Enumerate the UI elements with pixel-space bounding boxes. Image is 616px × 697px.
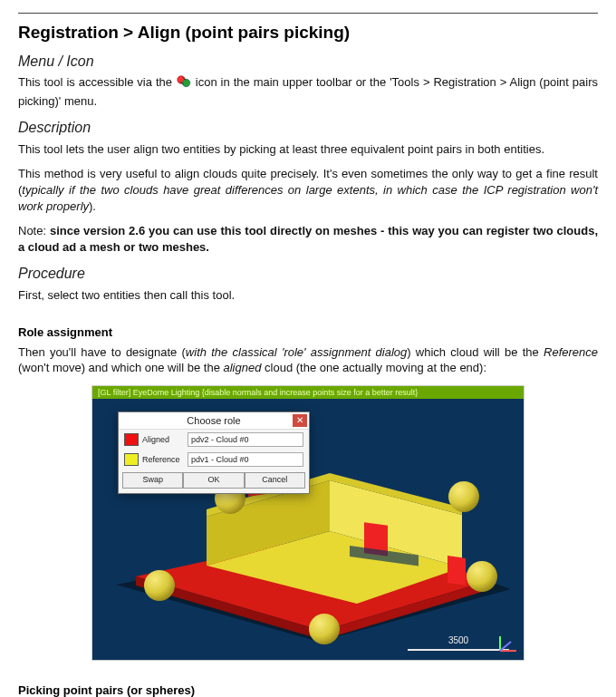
role-assignment-heading: Role assignment [18, 324, 598, 341]
aligned-value-field[interactable]: pdv2 - Cloud #0 [188, 432, 303, 447]
aligned-label: Aligned [142, 434, 184, 445]
menu-icon-paragraph: This tool is accessible via the icon in … [18, 74, 598, 109]
dialog-title-bar: Choose role ✕ [119, 412, 309, 430]
figure-wrap: [GL filter] EyeDome Lighting {disable no… [18, 385, 598, 661]
svg-point-16 [467, 561, 497, 592]
svg-point-15 [309, 614, 340, 644]
desc-note-bold: since version 2.6 you can use this tool … [18, 224, 598, 254]
axis-triad-icon [495, 631, 520, 656]
description-p2: This method is very useful to align clou… [18, 166, 598, 214]
figure-3d-view: [GL filter] EyeDome Lighting {disable no… [91, 385, 525, 661]
reference-value-field[interactable]: pdv1 - Cloud #0 [188, 452, 303, 467]
procedure-p1: First, select two entities then call thi… [18, 287, 598, 304]
dialog-buttons: Swap OK Cancel [119, 470, 309, 493]
aligned-row: Aligned pdv2 - Cloud #0 [119, 430, 309, 450]
reference-label: Reference [142, 454, 184, 465]
svg-rect-12 [448, 556, 466, 586]
choose-role-dialog: Choose role ✕ Aligned pdv2 - Cloud #0 Re… [118, 411, 310, 494]
dialog-title-text: Choose role [187, 415, 240, 426]
menu-icon-text-a: This tool is accessible via the [18, 75, 176, 89]
cancel-button[interactable]: Cancel [245, 472, 305, 489]
ra-i: with the classical 'role' assignment dia… [186, 345, 407, 359]
desc-note-label: Note: [18, 224, 50, 237]
ra-a: Then you'll have to designate ( [18, 345, 186, 359]
ra-c: (won't move) and which one will be the [18, 361, 223, 374]
picking-heading: Picking point pairs (or spheres) [18, 682, 598, 697]
gl-filter-banner: [GL filter] EyeDome Lighting {disable no… [92, 386, 524, 399]
desc-p2i: typically if the two clouds have great d… [18, 183, 598, 213]
svg-point-17 [448, 481, 479, 512]
description-p1: This tool lets the user align two entiti… [18, 141, 598, 158]
ra-al: aligned [223, 361, 261, 374]
top-rule [18, 13, 598, 14]
svg-point-1 [182, 80, 189, 87]
desc-p2b: ). [89, 199, 96, 213]
align-icon [177, 74, 191, 93]
role-assignment-p1: Then you'll have to designate (with the … [18, 344, 598, 376]
section-description-heading: Description [18, 118, 598, 138]
ra-d: cloud (the one actually moving at the en… [261, 361, 486, 374]
section-menu-icon-heading: Menu / Icon [18, 52, 598, 72]
svg-point-14 [144, 570, 175, 601]
ra-b: ) which cloud will be the [407, 345, 544, 359]
aligned-color-swatch [124, 433, 139, 446]
section-procedure-heading: Procedure [18, 264, 598, 284]
reference-color-swatch [124, 453, 139, 466]
description-p3: Note: since version 2.6 you can use this… [18, 223, 598, 255]
svg-line-21 [500, 642, 511, 651]
ok-button[interactable]: OK [183, 472, 244, 489]
document-page: Registration > Align (point pairs pickin… [0, 0, 616, 697]
close-icon[interactable]: ✕ [293, 414, 307, 427]
page-title: Registration > Align (point pairs pickin… [18, 21, 598, 44]
ra-ref: Reference [544, 345, 598, 359]
swap-button[interactable]: Swap [122, 472, 183, 489]
reference-row: Reference pdv1 - Cloud #0 [119, 450, 309, 470]
